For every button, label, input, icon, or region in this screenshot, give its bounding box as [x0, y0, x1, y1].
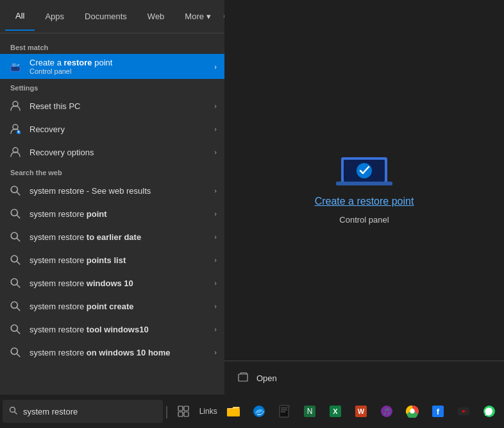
- best-match-title: Create a restore point: [29, 58, 208, 67]
- best-match-label: Best match: [0, 39, 224, 54]
- settings-recovery-options[interactable]: Recovery options ›: [0, 141, 224, 164]
- taskbar-app7[interactable]: 🎵: [374, 398, 399, 424]
- web-result-text-3: system restore points list: [29, 255, 208, 265]
- taskbar-app11[interactable]: [477, 398, 501, 424]
- chevron-right-icon: ›: [214, 279, 217, 287]
- chevron-right-icon: ›: [214, 210, 217, 218]
- right-panel-title: Create a restore point: [315, 196, 414, 207]
- web-search-icon-1: [8, 206, 23, 221]
- svg-line-22: [17, 307, 20, 311]
- tab-documents[interactable]: Documents: [74, 3, 137, 30]
- best-match-subtitle: Control panel: [29, 67, 208, 75]
- svg-text:W: W: [358, 407, 365, 415]
- reset-pc-text: Reset this PC: [29, 101, 208, 111]
- chevron-right-icon: ›: [214, 148, 217, 156]
- web-result-7[interactable]: system restore on windows 10 home ›: [0, 341, 224, 364]
- settings-recovery[interactable]: Recovery ›: [0, 117, 224, 141]
- svg-line-18: [17, 261, 20, 264]
- taskbar-search-bar[interactable]: system restore: [3, 400, 163, 423]
- taskbar-file-explorer[interactable]: [221, 398, 246, 424]
- web-result-4[interactable]: system restore windows 10 ›: [0, 271, 224, 295]
- taskbar-view-button[interactable]: [171, 398, 196, 424]
- web-result-text-6: system restore tool windows10: [29, 325, 208, 334]
- taskbar-app5[interactable]: X: [323, 398, 348, 424]
- chevron-right-icon: ›: [214, 187, 217, 194]
- right-actions-area: Open: [224, 361, 504, 395]
- svg-rect-4: [12, 67, 20, 71]
- taskbar-app4[interactable]: N: [298, 398, 323, 424]
- svg-rect-37: [178, 412, 183, 416]
- taskbar-edge[interactable]: [247, 398, 271, 424]
- web-result-text-5: system restore point create: [29, 302, 208, 311]
- chevron-right-icon: ›: [214, 63, 217, 71]
- svg-rect-29: [336, 182, 392, 185]
- recovery-text: Recovery: [29, 124, 208, 134]
- svg-line-34: [15, 411, 17, 414]
- web-result-text-1: system restore point: [29, 209, 208, 219]
- taskbar-search-text: system restore: [23, 407, 156, 416]
- svg-line-12: [17, 192, 20, 195]
- svg-point-56: [410, 409, 415, 414]
- right-panel-subtitle: Control panel: [339, 215, 389, 225]
- svg-rect-42: [281, 407, 287, 409]
- open-icon: [237, 372, 250, 384]
- open-label: Open: [256, 373, 277, 383]
- web-result-0[interactable]: system restore - See web results ›: [0, 179, 224, 202]
- recovery-options-text: Recovery options: [29, 148, 208, 157]
- web-result-3[interactable]: system restore points list ›: [0, 248, 224, 271]
- chevron-right-icon: ›: [214, 302, 217, 310]
- taskbar-app6[interactable]: W: [349, 398, 373, 424]
- tab-web[interactable]: Web: [137, 3, 175, 30]
- web-search-icon-7: [8, 345, 23, 360]
- tab-more[interactable]: More ▾: [174, 3, 221, 30]
- svg-text:X: X: [333, 407, 339, 415]
- svg-rect-45: [287, 405, 290, 407]
- taskbar-app10[interactable]: [451, 398, 476, 424]
- search-web-label: Search the web: [0, 164, 224, 179]
- svg-rect-35: [178, 406, 183, 411]
- web-search-icon-2: [8, 229, 23, 244]
- chevron-down-icon: ▾: [206, 12, 211, 21]
- web-result-5[interactable]: system restore point create ›: [0, 295, 224, 318]
- chevron-right-icon: ›: [214, 102, 217, 110]
- web-search-icon-5: [8, 298, 23, 314]
- web-result-1[interactable]: system restore point ›: [0, 202, 224, 225]
- recovery-icon: [8, 121, 23, 137]
- svg-rect-36: [184, 406, 189, 411]
- tabs-bar: All Apps Documents Web More ▾ 0 🏆 ···: [0, 0, 224, 33]
- taskbar-search-icon: [9, 406, 18, 417]
- person-icon: [8, 98, 23, 114]
- web-result-text-7: system restore on windows 10 home: [29, 348, 208, 357]
- svg-text:f: f: [437, 407, 440, 416]
- web-search-icon-3: [8, 252, 23, 268]
- svg-line-20: [17, 284, 20, 287]
- chevron-right-icon: ›: [214, 348, 217, 356]
- svg-text:N: N: [307, 407, 313, 416]
- web-result-text-0: system restore - See web results: [29, 186, 208, 196]
- settings-label: Settings: [0, 79, 224, 94]
- taskbar-app9[interactable]: f: [426, 398, 450, 424]
- taskbar-chrome[interactable]: [400, 398, 424, 424]
- right-panel: Create a restore point Control panel Ope…: [224, 0, 504, 395]
- left-panel: All Apps Documents Web More ▾ 0 🏆 ···: [0, 0, 224, 395]
- svg-line-26: [17, 354, 20, 357]
- chevron-right-icon: ›: [214, 233, 217, 241]
- web-result-text-4: system restore windows 10: [29, 278, 208, 288]
- web-result-6[interactable]: system restore tool windows10 ›: [0, 318, 224, 341]
- taskbar: system restore | Links: [0, 395, 504, 428]
- web-result-2[interactable]: system restore to earlier date ›: [0, 225, 224, 248]
- best-match-text-block: Create a restore point Control panel: [29, 58, 208, 75]
- svg-rect-39: [227, 408, 240, 416]
- tab-apps[interactable]: Apps: [35, 3, 74, 30]
- settings-reset-pc[interactable]: Reset this PC ›: [0, 94, 224, 117]
- svg-line-16: [17, 238, 20, 241]
- tab-all[interactable]: All: [5, 2, 35, 31]
- restore-point-icon: [8, 59, 23, 74]
- taskbar-notepad[interactable]: [273, 398, 297, 424]
- recovery-options-icon: [8, 144, 23, 160]
- web-search-icon-0: [8, 183, 23, 198]
- results-list: Best match Create a restore point: [0, 33, 224, 395]
- best-match-item[interactable]: Create a restore point Control panel ›: [0, 54, 224, 79]
- chevron-right-icon: ›: [214, 325, 217, 333]
- open-action[interactable]: Open: [235, 366, 494, 389]
